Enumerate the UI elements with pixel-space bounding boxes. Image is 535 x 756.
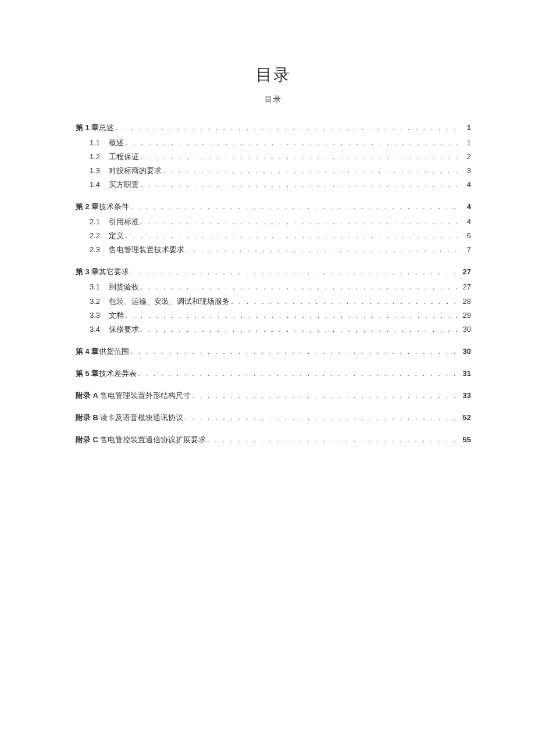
toc-chapter: 第 4 章供货范围 30	[76, 345, 471, 359]
toc-page-number: 28	[462, 295, 471, 309]
toc-leader-dots	[139, 150, 462, 164]
toc-leader-dots	[124, 309, 462, 323]
toc-subitem: 1.4 买方职责4	[76, 178, 471, 192]
toc-label: 第 5 章技术差异表	[76, 367, 137, 381]
toc-page-number: 1	[462, 136, 471, 150]
page-subtitle: 目录	[76, 94, 471, 105]
toc-label: 1.2 工程保证	[90, 150, 139, 164]
toc-page-number: 4	[462, 200, 471, 214]
toc-label: 3.4 保修要求	[90, 323, 139, 336]
toc-label: 第 4 章供货范围	[76, 345, 129, 359]
toc-page-number: 31	[462, 367, 471, 381]
toc-page-number: 7	[462, 243, 471, 257]
toc-page-number: 4	[462, 215, 471, 229]
toc-label: 附录 A 售电管理装置外形结构尺寸	[76, 389, 191, 403]
toc-label: 2.2 定义	[90, 229, 124, 243]
toc-leader-dots	[114, 121, 462, 135]
toc-page-number: 3	[462, 164, 471, 178]
toc-page-number: 2	[462, 150, 471, 164]
toc-chapter: 第 3 章其它要求 27	[76, 265, 471, 279]
toc-page-number: 27	[462, 265, 471, 279]
toc-page-number: 30	[462, 345, 471, 359]
toc-label: 3.3 文档	[90, 309, 124, 323]
toc-leader-dots	[139, 215, 462, 229]
toc-label: 1.1 概述	[90, 136, 124, 150]
toc-leader-dots	[137, 367, 462, 381]
toc-subitem: 1.3 对投标商的要求3	[76, 164, 471, 178]
toc-subitem: 2.3 售电管理装置技术要求7	[76, 243, 471, 257]
toc-chapter: 第 1 章总述 1	[76, 121, 471, 135]
toc-leader-dots	[139, 178, 462, 192]
toc-chapter: 附录 A 售电管理装置外形结构尺寸 33	[76, 389, 471, 403]
toc-leader-dots	[129, 200, 462, 214]
toc-leader-dots	[162, 164, 462, 178]
toc-chapter: 附录 B 读卡及语音模块通讯协议 52	[76, 411, 471, 425]
toc-chapter: 第 5 章技术差异表 31	[76, 367, 471, 381]
toc-leader-dots	[124, 229, 462, 243]
toc-subitem: 2.2 定义6	[76, 229, 471, 243]
toc-leader-dots	[139, 323, 462, 336]
toc-label: 附录 C 售电管控装置通信协议扩展要求	[76, 433, 206, 447]
page-title: 目录	[76, 64, 471, 86]
toc-page-number: 29	[462, 309, 471, 323]
toc-leader-dots	[191, 389, 462, 403]
toc-page-number: 52	[462, 411, 471, 425]
toc-label: 2.3 售电管理装置技术要求	[90, 243, 184, 257]
toc-subitem: 3.2 包装、运输、安装、调试和现场服务28	[76, 295, 471, 309]
toc-label: 3.1 到货验收	[90, 280, 139, 294]
toc-subitem: 3.4 保修要求30	[76, 323, 471, 336]
toc-leader-dots	[230, 295, 462, 309]
toc-subitem: 3.1 到货验收27	[76, 280, 471, 294]
table-of-contents: 第 1 章总述 11.1 概述11.2 工程保证21.3 对投标商的要求31.4…	[76, 121, 471, 447]
toc-page-number: 27	[462, 280, 471, 294]
toc-label: 1.3 对投标商的要求	[90, 164, 162, 178]
toc-leader-dots	[139, 280, 462, 294]
toc-page-number: 30	[462, 323, 471, 336]
toc-leader-dots	[124, 136, 462, 150]
toc-page-number: 4	[462, 178, 471, 192]
toc-leader-dots	[206, 433, 462, 447]
toc-subitem: 3.3 文档29	[76, 309, 471, 323]
toc-page-number: 33	[462, 389, 471, 403]
toc-label: 第 3 章其它要求	[76, 265, 129, 279]
toc-leader-dots	[129, 265, 462, 279]
toc-label: 1.4 买方职责	[90, 178, 139, 192]
toc-leader-dots	[129, 345, 462, 359]
toc-label: 第 1 章总述	[76, 121, 114, 135]
toc-leader-dots	[183, 411, 462, 425]
toc-subitem: 1.2 工程保证2	[76, 150, 471, 164]
toc-page-number: 6	[462, 229, 471, 243]
toc-page-number: 55	[462, 433, 471, 447]
toc-subitem: 1.1 概述1	[76, 136, 471, 150]
toc-subitem: 2.1 引用标准4	[76, 215, 471, 229]
toc-page-number: 1	[462, 121, 471, 135]
toc-label: 2.1 引用标准	[90, 215, 139, 229]
toc-leader-dots	[184, 243, 462, 257]
toc-chapter: 附录 C 售电管控装置通信协议扩展要求 55	[76, 433, 471, 447]
toc-chapter: 第 2 章技术条件 4	[76, 200, 471, 214]
toc-label: 附录 B 读卡及语音模块通讯协议	[76, 411, 183, 425]
toc-label: 3.2 包装、运输、安装、调试和现场服务	[90, 295, 230, 309]
toc-label: 第 2 章技术条件	[76, 200, 129, 214]
